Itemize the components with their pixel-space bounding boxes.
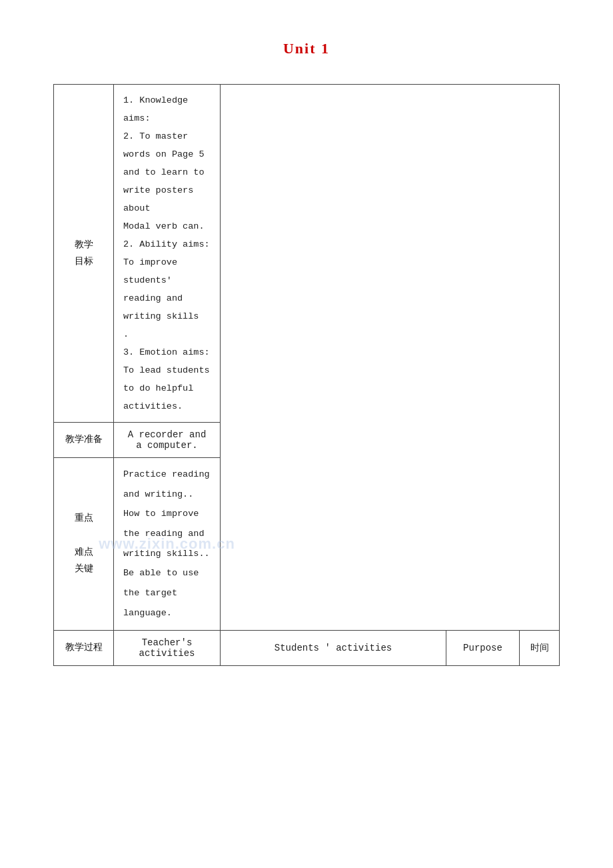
table-row-zdnj: 重点 难点 关键 Practice reading and writing.. … [54,458,560,631]
col-time: 时间 [520,630,560,665]
table-row-jiaoxue-mubiao: 教学 目标 1. Knowledge aims: 2. To master wo… [54,85,560,423]
col-students-activities: Students ' activities [221,630,446,665]
label-zdnj: 重点 难点 关键 [54,458,114,631]
label-zhunbei: 教学准备 [54,423,114,458]
table-row-zhunbei: 教学准备 A recorder and a computer. [54,423,560,458]
content-jiaoxue-mubiao: 1. Knowledge aims: 2. To master words on… [114,85,221,423]
label-process: 教学过程 [54,630,114,665]
table-row-process-header: 教学过程 Teacher's activities Students ' act… [54,630,560,665]
lesson-plan-table: 教学 目标 1. Knowledge aims: 2. To master wo… [53,84,560,666]
page-title: Unit 1 [53,40,560,57]
content-zdnj: Practice reading and writing.. How to im… [114,458,221,631]
content-zhunbei: A recorder and a computer. [114,423,221,458]
label-jiaoxue-mubiao: 教学 目标 [54,85,114,423]
col-teacher-activities: Teacher's activities [114,630,221,665]
col-purpose: Purpose [446,630,520,665]
